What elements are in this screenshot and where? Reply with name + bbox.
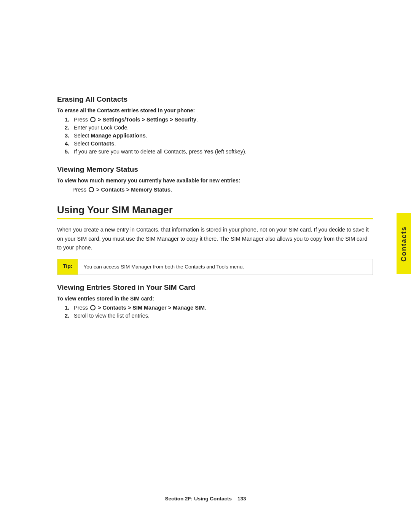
sim-manager-section: Using Your SIM Manager When you create a… (57, 204, 373, 319)
sim-manager-title: Using Your SIM Manager (57, 204, 373, 219)
tip-content: You can access SIM Manager from both the… (78, 259, 249, 275)
erasing-intro: To erase all the Contacts entries stored… (57, 107, 373, 113)
content-area: Erasing All Contacts To erase all the Co… (57, 95, 373, 456)
memory-intro: To view how much memory you currently ha… (57, 177, 373, 184)
viewing-entries-section: Viewing Entries Stored in Your SIM Card … (57, 283, 373, 319)
viewing-entries-intro: To view entries stored in the SIM card: (57, 296, 373, 302)
footer-section-text: Section 2F: Using Contacts (165, 496, 232, 502)
erasing-step-3: 3. Select Manage Applications. (65, 133, 373, 139)
page: Erasing All Contacts To erase all the Co… (0, 0, 411, 532)
erasing-step-5: 5. If you are sure you want to delete al… (65, 149, 373, 155)
circle-icon-sim (90, 305, 96, 310)
memory-section: Viewing Memory Status To view how much m… (57, 165, 373, 193)
circle-icon-1 (90, 117, 96, 122)
viewing-step-1: 1. Press > Contacts > SIM Manager > Mana… (65, 305, 373, 311)
viewing-entries-title: Viewing Entries Stored in Your SIM Card (57, 283, 373, 292)
sidebar-tab: Contacts (397, 213, 411, 274)
memory-press-line: Press > Contacts > Memory Status. (72, 187, 373, 193)
viewing-step-2: 2. Scroll to view the list of entries. (65, 313, 373, 319)
footer: Section 2F: Using Contacts 133 (0, 496, 411, 502)
erasing-title: Erasing All Contacts (57, 95, 373, 104)
footer-page-number: 133 (237, 496, 246, 502)
memory-title: Viewing Memory Status (57, 165, 373, 174)
viewing-entries-steps: 1. Press > Contacts > SIM Manager > Mana… (65, 305, 373, 319)
sidebar-label: Contacts (400, 226, 408, 262)
sim-manager-body: When you create a new entry in Contacts,… (57, 225, 373, 252)
erasing-steps-list: 1. Press > Settings/Tools > Settings > S… (65, 117, 373, 155)
erasing-step-4: 4. Select Contacts. (65, 141, 373, 147)
tip-box: Tip: You can access SIM Manager from bot… (57, 259, 373, 275)
erasing-step-1: 1. Press > Settings/Tools > Settings > S… (65, 117, 373, 123)
circle-icon-memory (89, 187, 94, 192)
erasing-step-2: 2. Enter your Lock Code. (65, 125, 373, 131)
tip-label: Tip: (57, 259, 78, 275)
erasing-section: Erasing All Contacts To erase all the Co… (57, 95, 373, 155)
